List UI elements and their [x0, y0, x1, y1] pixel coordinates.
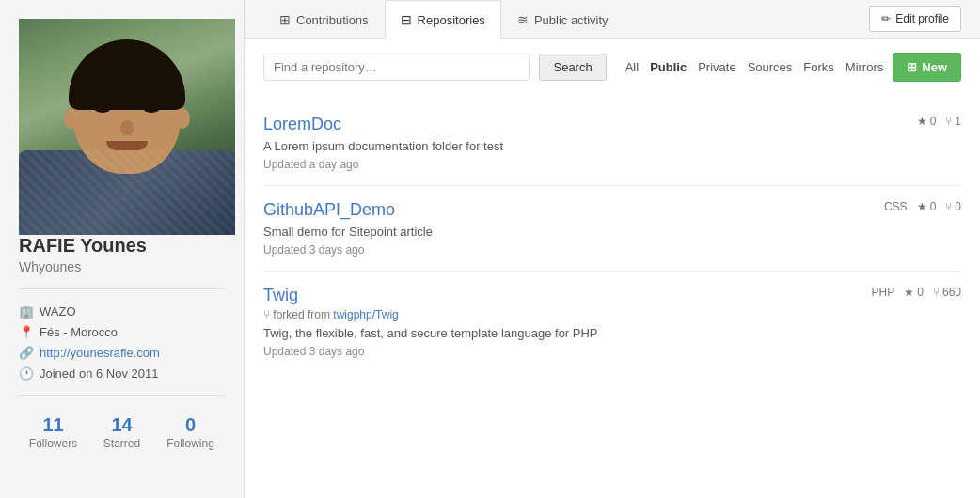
repo-item-twig: Twig PHP ★ 0 ⑂ 660 [263, 272, 961, 372]
repo-forks-twig: ⑂ 660 [933, 286, 961, 299]
repo-header-githubapi: GithubAPI_Demo CSS ★ 0 ⑂ 0 [263, 200, 961, 220]
pencil-icon: ✏ [881, 12, 891, 25]
repo-meta-githubapi: CSS ★ 0 ⑂ 0 [884, 200, 961, 213]
tabs-bar: ⊞ Contributions ⊟ Repositories ≋ Public … [245, 0, 980, 39]
repo-search-container [263, 54, 530, 81]
star-icon-githubapi: ★ [917, 200, 927, 213]
tab-public-activity[interactable]: ≋ Public activity [501, 0, 624, 39]
repo-name-twig[interactable]: Twig [263, 286, 298, 305]
filter-public[interactable]: Public [650, 60, 687, 74]
meta-joined: 🕐 Joined on 6 Nov 2011 [19, 366, 225, 381]
filter-all[interactable]: All [625, 60, 639, 74]
repositories-icon: ⊟ [401, 12, 412, 27]
repo-desc-twig: Twig, the flexible, fast, and secure tem… [263, 326, 961, 340]
repo-updated-twig: Updated 3 days ago [263, 345, 961, 358]
link-icon: 🔗 [19, 345, 34, 360]
repo-forks-githubapi: ⑂ 0 [945, 200, 961, 213]
repo-updated-githubapi: Updated 3 days ago [263, 243, 961, 257]
forks-count-githubapi: 0 [955, 200, 961, 213]
stars-count-githubapi: 0 [930, 200, 937, 213]
sidebar-divider-2 [19, 395, 225, 396]
building-icon: 🏢 [19, 303, 34, 319]
stars-count-twig: 0 [917, 286, 924, 299]
location-icon: 📍 [19, 324, 34, 339]
fork-source-link-twig[interactable]: twigphp/Twig [333, 308, 398, 321]
avatar [19, 19, 235, 235]
repo-filter-bar: Search All Public Private Sources Forks … [263, 53, 961, 82]
followers-label: Followers [29, 437, 77, 450]
repo-lang-twig: PHP [872, 286, 895, 299]
edit-profile-label: Edit profile [895, 12, 949, 25]
website-link[interactable]: http://younesrafie.com [40, 346, 160, 360]
repo-section: Search All Public Private Sources Forks … [245, 39, 980, 386]
fork-icon-loremdoc: ⑂ [945, 115, 952, 128]
tab-public-activity-label: Public activity [534, 13, 609, 27]
star-icon-twig: ★ [904, 286, 914, 299]
repo-meta-loremdoc: ★ 0 ⑂ 1 [917, 115, 961, 128]
filter-forks[interactable]: Forks [803, 60, 834, 74]
tab-repositories-label: Repositories [418, 13, 485, 27]
filter-links: All Public Private Sources Forks Mirrors [625, 60, 884, 74]
filter-sources[interactable]: Sources [748, 60, 793, 74]
stars-count-loremdoc: 0 [930, 115, 937, 128]
followers-count: 11 [19, 414, 87, 436]
forks-count-twig: 660 [942, 286, 961, 299]
repo-forks-loremdoc: ⑂ 1 [945, 115, 961, 128]
user-handle: Whyounes [19, 259, 225, 274]
following-count: 0 [156, 414, 225, 436]
repo-updated-loremdoc: Updated a day ago [263, 158, 961, 171]
starred-count: 14 [87, 414, 156, 436]
star-icon-loremdoc: ★ [917, 115, 927, 128]
search-button[interactable]: Search [539, 54, 606, 81]
fork-icon-githubapi: ⑂ [945, 200, 952, 213]
tab-repositories[interactable]: ⊟ Repositories [385, 0, 501, 39]
forks-count-loremdoc: 1 [955, 115, 961, 128]
repo-meta-twig: PHP ★ 0 ⑂ 660 [872, 286, 961, 299]
tab-contributions[interactable]: ⊞ Contributions [263, 0, 385, 39]
repo-name-loremdoc[interactable]: LoremDoc [263, 115, 341, 134]
repo-stars-twig: ★ 0 [904, 286, 924, 299]
repo-item-githubapi: GithubAPI_Demo CSS ★ 0 ⑂ 0 [263, 186, 961, 272]
meta-location: 📍 Fés - Morocco [19, 324, 225, 339]
repo-desc-loremdoc: A Lorem ipsum documentation folder for t… [263, 139, 961, 153]
new-repo-plus-icon: ⊞ [907, 60, 917, 74]
repo-name-githubapi[interactable]: GithubAPI_Demo [263, 200, 395, 220]
repo-list: LoremDoc ★ 0 ⑂ 1 A Lorem ipsu [263, 101, 961, 372]
clock-icon: 🕐 [19, 366, 34, 381]
stat-starred[interactable]: 14 Starred [87, 414, 156, 450]
fork-indicator-icon: ⑂ [263, 308, 270, 321]
repo-item-loremdoc: LoremDoc ★ 0 ⑂ 1 A Lorem ipsu [263, 101, 961, 186]
filter-mirrors[interactable]: Mirrors [846, 60, 883, 74]
edit-profile-button[interactable]: ✏ Edit profile [869, 6, 961, 32]
new-repo-button[interactable]: ⊞ New [893, 53, 961, 82]
sidebar-divider [19, 288, 225, 289]
tab-contributions-label: Contributions [296, 13, 369, 27]
following-label: Following [166, 437, 214, 450]
main-content: ⊞ Contributions ⊟ Repositories ≋ Public … [245, 0, 980, 498]
repo-stars-githubapi: ★ 0 [917, 200, 937, 213]
user-name: RAFIE Younes [19, 235, 225, 257]
repo-lang-githubapi: CSS [884, 200, 908, 213]
new-repo-label: New [922, 60, 947, 74]
fork-icon-twig: ⑂ [933, 286, 940, 299]
stat-following[interactable]: 0 Following [156, 414, 225, 450]
repo-fork-info-twig: ⑂ forked from twigphp/Twig [263, 308, 961, 321]
meta-company: 🏢 WAZO [19, 303, 225, 319]
repo-desc-githubapi: Small demo for Sitepoint article [263, 225, 961, 239]
repo-header-loremdoc: LoremDoc ★ 0 ⑂ 1 [263, 115, 961, 134]
activity-icon: ≋ [517, 12, 529, 27]
filter-private[interactable]: Private [698, 60, 735, 74]
repo-stars-loremdoc: ★ 0 [917, 115, 937, 128]
repo-header-twig: Twig PHP ★ 0 ⑂ 660 [263, 286, 961, 305]
repo-search-input[interactable] [263, 54, 530, 81]
starred-label: Starred [103, 437, 140, 450]
sidebar: RAFIE Younes Whyounes 🏢 WAZO 📍 Fés - Mor… [0, 0, 245, 498]
stats-bar: 11 Followers 14 Starred 0 Following [19, 414, 225, 450]
contributions-icon: ⊞ [279, 12, 291, 27]
stat-followers[interactable]: 11 Followers [19, 414, 87, 450]
meta-website[interactable]: 🔗 http://younesrafie.com [19, 345, 225, 360]
